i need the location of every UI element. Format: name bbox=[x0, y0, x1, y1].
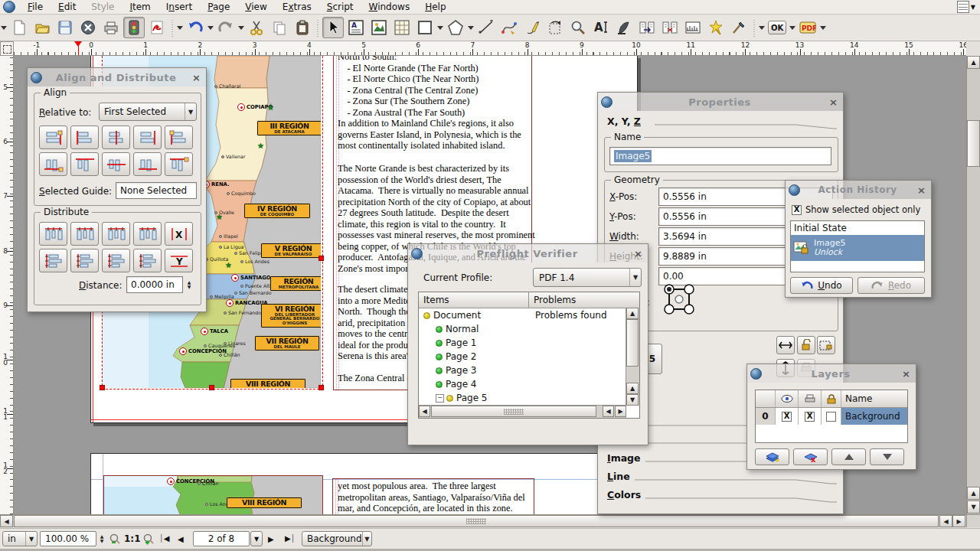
measurements-button[interactable] bbox=[682, 17, 704, 38]
insert-line-button[interactable] bbox=[475, 17, 497, 38]
preflight-tree-row[interactable]: DocumentProblems found bbox=[419, 308, 639, 322]
show-selected-checkbox[interactable]: X bbox=[792, 205, 802, 215]
redo-button[interactable] bbox=[215, 17, 237, 38]
history-list[interactable]: Initial State Image5 Unlock bbox=[790, 220, 925, 272]
toolbar-overflow-icon[interactable] bbox=[758, 18, 766, 37]
zoom-out-icon[interactable] bbox=[109, 531, 121, 546]
vertical-scroll-thumb[interactable] bbox=[967, 120, 980, 167]
print-document-button[interactable] bbox=[100, 17, 122, 38]
layers-table[interactable]: Name 0 X X Background bbox=[755, 390, 908, 443]
menu-script[interactable]: Script bbox=[319, 0, 361, 14]
preflight-verifier-button[interactable] bbox=[123, 17, 145, 38]
ruler-origin-button[interactable] bbox=[0, 41, 14, 56]
cut-button[interactable] bbox=[246, 17, 267, 38]
dropdown-chevron-icon[interactable] bbox=[207, 18, 214, 37]
new-document-button[interactable] bbox=[8, 17, 30, 38]
distribute-horizontal-button-1[interactable] bbox=[39, 222, 67, 246]
undo-button[interactable] bbox=[185, 17, 206, 38]
page-select-chevron[interactable]: ▼ bbox=[250, 531, 263, 546]
tab-line[interactable]: Line bbox=[604, 471, 837, 484]
distribute-vertical-button-4[interactable] bbox=[133, 249, 162, 272]
selection-handle[interactable] bbox=[318, 256, 324, 261]
close-icon[interactable]: × bbox=[827, 96, 840, 108]
pdf-push-button-button[interactable]: OK bbox=[766, 17, 788, 38]
items-column-header[interactable]: Items bbox=[419, 292, 529, 308]
menu-file[interactable]: File bbox=[20, 0, 51, 14]
distribute-vertical-button-5[interactable]: Y bbox=[165, 249, 193, 272]
history-item-selected[interactable]: Image5 Unlock bbox=[791, 235, 924, 261]
insert-image-frame-button[interactable] bbox=[368, 17, 390, 38]
layer-lock-checkbox[interactable] bbox=[826, 412, 836, 422]
selection-handle[interactable] bbox=[100, 385, 105, 390]
edit-contents-button[interactable]: A bbox=[590, 17, 612, 38]
insert-table-button[interactable] bbox=[391, 17, 413, 38]
dropdown-chevron-icon[interactable] bbox=[819, 18, 827, 37]
last-page-button[interactable]: ▶⏐ bbox=[285, 531, 295, 546]
distribute-vertical-button-1[interactable] bbox=[39, 249, 67, 272]
dropdown-chevron-icon[interactable] bbox=[237, 18, 245, 37]
menu-insert[interactable]: Insert bbox=[158, 0, 200, 14]
lock-size-button[interactable] bbox=[817, 336, 835, 354]
distribute-vertical-button-2[interactable] bbox=[70, 249, 99, 272]
toolbar-overflow-icon[interactable] bbox=[176, 18, 184, 37]
vertical-scrollbar[interactable]: ▲ ▲ ▼ bbox=[966, 56, 980, 514]
tree-hscroll-thumb[interactable] bbox=[431, 406, 596, 417]
prev-page-button[interactable]: ◀ bbox=[178, 531, 184, 546]
redo-button[interactable]: Redo bbox=[858, 277, 925, 294]
tree-vscroll-thumb[interactable] bbox=[626, 319, 639, 367]
layer-print-checkbox[interactable]: X bbox=[805, 412, 815, 422]
menu-help[interactable]: Help bbox=[417, 0, 453, 14]
unlink-text-frames-button[interactable] bbox=[659, 17, 681, 38]
menu-extras[interactable]: Extras bbox=[275, 0, 319, 14]
zoom-in-icon[interactable] bbox=[142, 531, 155, 546]
page-select[interactable]: 2 of 8 bbox=[193, 531, 250, 546]
add-layer-button[interactable]: ★ bbox=[755, 448, 789, 465]
insert-bezier-button[interactable] bbox=[498, 17, 520, 38]
story-editor-button[interactable] bbox=[613, 17, 635, 38]
zoom-input[interactable]: 100.00 % bbox=[40, 531, 96, 546]
relative-to-select[interactable]: First Selected▼ bbox=[99, 103, 197, 121]
scroll-right-button[interactable]: ▶ bbox=[952, 515, 965, 527]
scroll-up-button[interactable]: ▲ bbox=[967, 487, 980, 500]
first-page-button[interactable]: ⏐◀ bbox=[159, 531, 169, 546]
unit-select[interactable]: in▼ bbox=[2, 531, 38, 546]
toolbar-overflow-icon[interactable] bbox=[0, 18, 8, 37]
layer-name[interactable]: Background bbox=[841, 408, 907, 425]
palette-titlebar[interactable]: Properties × bbox=[598, 93, 843, 111]
pdf-text-field-button[interactable]: PDF bbox=[797, 17, 818, 38]
horizontal-ruler[interactable]: -1012345678910111213141516 bbox=[14, 41, 966, 56]
insert-freehand-button[interactable] bbox=[521, 17, 543, 38]
flip-horizontal-button[interactable] bbox=[776, 336, 795, 354]
align-left-right-button-1[interactable] bbox=[39, 126, 67, 149]
tab-xyz[interactable]: X, Y, Z bbox=[604, 116, 837, 129]
lower-layer-button[interactable] bbox=[870, 448, 904, 465]
horizontal-scroll-thumb[interactable] bbox=[14, 515, 939, 527]
scroll-down-button[interactable]: ▼ bbox=[967, 500, 980, 514]
next-page-button[interactable]: ▶ bbox=[268, 531, 274, 546]
preflight-tree-row[interactable]: Page 2 bbox=[419, 350, 639, 364]
preflight-tree-row[interactable]: −Page 5 bbox=[419, 391, 639, 405]
dropdown-chevron-icon[interactable] bbox=[467, 18, 475, 37]
tree-scroll-up[interactable]: ▲ bbox=[626, 308, 639, 319]
copy-properties-button[interactable] bbox=[705, 17, 727, 38]
raise-layer-button[interactable] bbox=[831, 448, 866, 465]
chile-map-image-frame-2[interactable]: CONCEPCIÓNChillánLos AngelesVIII REGIÓN bbox=[103, 475, 323, 514]
problems-tree[interactable]: Items Problems DocumentProblems foundNor… bbox=[418, 292, 640, 419]
layer-row[interactable]: 0 X X Background bbox=[756, 408, 907, 425]
scroll-up-button[interactable]: ▲ bbox=[967, 56, 980, 69]
delete-layer-button[interactable]: x bbox=[793, 448, 828, 465]
copy-button[interactable] bbox=[269, 17, 290, 38]
palette-titlebar[interactable]: Preflight Verifier × bbox=[408, 244, 648, 262]
menu-item[interactable]: Item bbox=[122, 0, 158, 14]
align-top-bottom-button-2[interactable] bbox=[70, 152, 99, 176]
close-icon[interactable]: × bbox=[632, 248, 645, 259]
tab-colors[interactable]: Colors bbox=[604, 489, 837, 503]
window-list-chevron-icon[interactable]: ▼ bbox=[971, 4, 975, 11]
align-top-bottom-button-5[interactable] bbox=[165, 152, 193, 176]
tree-scroll-up2[interactable]: ▲ bbox=[626, 383, 639, 394]
save-document-button[interactable] bbox=[54, 17, 76, 38]
scroll-left-button[interactable]: ◀ bbox=[939, 515, 952, 527]
align-top-bottom-button-3[interactable] bbox=[102, 152, 130, 176]
scroll-left-button[interactable]: ◀ bbox=[0, 515, 13, 527]
preflight-tree-row[interactable]: Page 1 bbox=[419, 336, 639, 350]
